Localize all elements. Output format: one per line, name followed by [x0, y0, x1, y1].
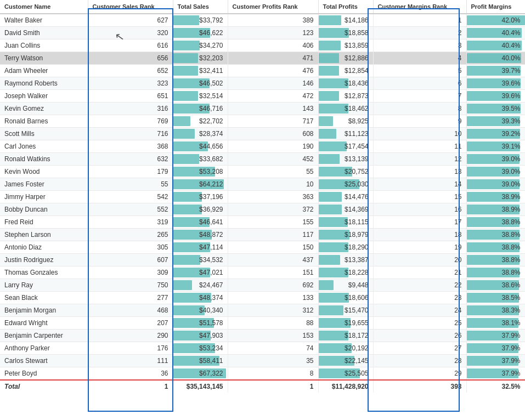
cell-sales-rank: 277 — [88, 292, 173, 304]
cell-profit-margins: 39.0% — [466, 153, 525, 166]
col-customer-margins-rank[interactable]: Customer Margins Rank — [373, 0, 466, 14]
cell-profit-margins: 38.8% — [466, 254, 525, 266]
cell-margins-rank: 8 — [373, 103, 466, 115]
table-row: Fred Reid319$46,641155$18,1151738.8% — [0, 216, 525, 229]
total-row: Total1$35,143,1451$11,428,92039332.5% — [0, 380, 525, 393]
table-row: Larry Ray750$24,467692$9,4482238.6% — [0, 279, 525, 292]
table-row: Carl Jones368$44,656190$17,4541139.1% — [0, 140, 525, 153]
table-row: Jimmy Harper542$37,196363$14,4761538.9% — [0, 191, 525, 203]
cell-total-profits: $14,476 — [318, 191, 373, 203]
header-row: Customer Name Customer Sales Rank Total … — [0, 0, 525, 14]
cell-total-profits: $8,925 — [318, 115, 373, 128]
cell-margins-rank: 23 — [373, 292, 466, 304]
cell-profit-margins: 38.8% — [466, 216, 525, 229]
cell-sales-rank: 316 — [88, 103, 173, 115]
table-row: Bobby Duncan552$36,929372$14,3691638.9% — [0, 203, 525, 216]
cell-total-profits: $12,886 — [318, 52, 373, 65]
cell-profits-rank: 150 — [228, 241, 318, 254]
cell-profit-margins: 38.6% — [466, 279, 525, 292]
cell-profit-margins: 40.0% — [466, 52, 525, 65]
cell-margins-rank: 9 — [373, 115, 466, 128]
cell-total-sales: $53,208 — [173, 166, 228, 178]
cell-total-profits: $18,979 — [318, 229, 373, 241]
total-sales-rank: 1 — [88, 380, 173, 393]
cell-total-profits: $18,462 — [318, 103, 373, 115]
cell-total-profits: $14,369 — [318, 203, 373, 216]
cell-profit-margins: 38.8% — [466, 241, 525, 254]
cell-customer-name: Kevin Gomez — [0, 103, 88, 115]
cell-total-sales: $47,021 — [173, 266, 228, 279]
cell-customer-name: Walter Baker — [0, 14, 88, 27]
col-total-profits[interactable]: Total Profits — [318, 0, 373, 14]
cell-profit-margins: 40.4% — [466, 39, 525, 52]
cell-total-profits: $20,192 — [318, 342, 373, 355]
cell-profits-rank: 35 — [228, 355, 318, 367]
cell-profit-margins: 38.1% — [466, 317, 525, 330]
cell-total-profits: $9,448 — [318, 279, 373, 292]
cell-sales-rank: 290 — [88, 330, 173, 342]
cell-customer-name: Ronald Barnes — [0, 115, 88, 128]
cell-sales-rank: 323 — [88, 77, 173, 90]
col-profit-margins[interactable]: Profit Margins — [466, 0, 525, 14]
col-customer-name[interactable]: Customer Name — [0, 0, 88, 14]
cell-customer-name: Thomas Gonzales — [0, 266, 88, 279]
cell-profit-margins: 39.6% — [466, 90, 525, 103]
cell-margins-rank: 15 — [373, 191, 466, 203]
cell-total-profits: $15,470 — [318, 304, 373, 317]
table-row: Joseph Walker651$32,514472$12,873739.6% — [0, 90, 525, 103]
table-row: Adam Wheeler652$32,411476$12,854539.7% — [0, 65, 525, 77]
cell-profits-rank: 389 — [228, 14, 318, 27]
cell-total-sales: $58,411 — [173, 355, 228, 367]
cell-margins-rank: 2 — [373, 27, 466, 39]
cell-profit-margins: 39.1% — [466, 140, 525, 153]
total-total-sales: $35,143,145 — [173, 380, 228, 393]
cell-margins-rank: 11 — [373, 140, 466, 153]
cell-total-profits: $18,858 — [318, 27, 373, 39]
table-row: Juan Collins616$34,270406$13,859340.4% — [0, 39, 525, 52]
table-row: Antonio Diaz305$47,114150$18,2901938.8% — [0, 241, 525, 254]
cell-customer-name: Bobby Duncan — [0, 203, 88, 216]
cell-profits-rank: 155 — [228, 216, 318, 229]
cell-sales-rank: 305 — [88, 241, 173, 254]
cell-total-sales: $48,872 — [173, 229, 228, 241]
table-row: Raymond Roberts323$46,502146$18,436639.6… — [0, 77, 525, 90]
cell-total-sales: $48,374 — [173, 292, 228, 304]
cell-profits-rank: 437 — [228, 254, 318, 266]
cell-profit-margins: 40.4% — [466, 27, 525, 39]
cell-margins-rank: 1 — [373, 14, 466, 27]
col-customer-sales-rank[interactable]: Customer Sales Rank — [88, 0, 173, 14]
cell-profits-rank: 363 — [228, 191, 318, 203]
col-total-sales[interactable]: Total Sales — [173, 0, 228, 14]
cell-customer-name: Justin Rodriguez — [0, 254, 88, 266]
total-label: Total — [0, 380, 88, 393]
table-row: Anthony Parker176$53,23474$20,1922737.9% — [0, 342, 525, 355]
cell-sales-rank: 607 — [88, 254, 173, 266]
cell-customer-name: Carl Jones — [0, 140, 88, 153]
cell-margins-rank: 22 — [373, 279, 466, 292]
cell-total-profits: $13,139 — [318, 153, 373, 166]
cell-sales-rank: 652 — [88, 65, 173, 77]
cell-sales-rank: 55 — [88, 178, 173, 191]
cell-total-sales: $36,929 — [173, 203, 228, 216]
cell-customer-name: James Foster — [0, 178, 88, 191]
cell-profit-margins: 38.3% — [466, 304, 525, 317]
cell-margins-rank: 16 — [373, 203, 466, 216]
cell-total-sales: $33,792 — [173, 14, 228, 27]
col-customer-profits-rank[interactable]: Customer Profits Rank — [228, 0, 318, 14]
cell-margins-rank: 7 — [373, 90, 466, 103]
cell-profits-rank: 88 — [228, 317, 318, 330]
cell-profits-rank: 74 — [228, 342, 318, 355]
cell-sales-rank: 309 — [88, 266, 173, 279]
table-row: Peter Boyd36$67,3228$25,5052937.9% — [0, 367, 525, 381]
cell-profit-margins: 38.8% — [466, 229, 525, 241]
cell-profits-rank: 471 — [228, 52, 318, 65]
cell-profits-rank: 190 — [228, 140, 318, 153]
cell-sales-rank: 542 — [88, 191, 173, 203]
cell-customer-name: Stephen Larson — [0, 229, 88, 241]
cell-total-profits: $14,186 — [318, 14, 373, 27]
cell-sales-rank: 179 — [88, 166, 173, 178]
cell-customer-name: Raymond Roberts — [0, 77, 88, 90]
cell-total-sales: $34,270 — [173, 39, 228, 52]
table-row: Ronald Barnes769$22,702717$8,925939.3% — [0, 115, 525, 128]
cell-total-sales: $40,340 — [173, 304, 228, 317]
